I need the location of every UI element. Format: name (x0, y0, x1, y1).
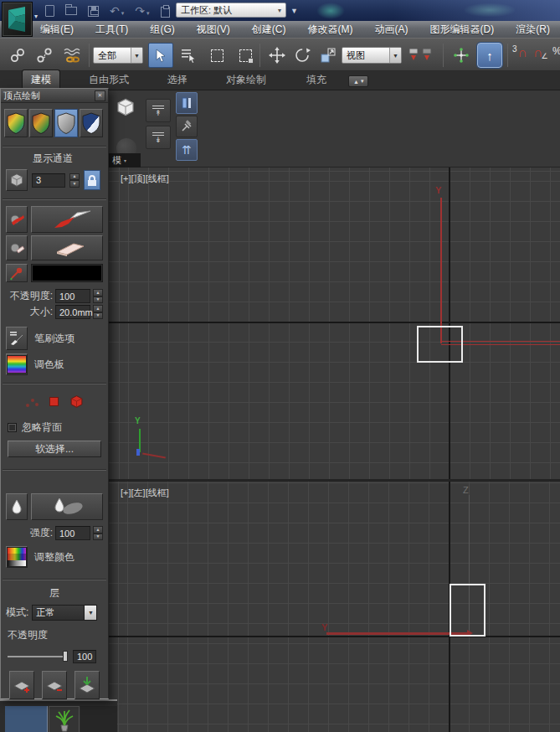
workspace-dropdown[interactable]: 工作区: 默认 ▾ (176, 3, 286, 18)
select-and-rotate-button[interactable] (290, 43, 315, 68)
spinner-up-icon[interactable]: ▲ (93, 305, 103, 312)
vertex-color-shaded-button[interactable] (4, 109, 28, 137)
collapse-layers-button[interactable] (74, 671, 100, 699)
strength-value-field[interactable]: 100 (55, 526, 90, 540)
adjust-color-button[interactable] (6, 546, 28, 568)
spinner-down-icon[interactable]: ▼ (69, 180, 80, 188)
bind-to-space-warp-button[interactable] (59, 43, 87, 68)
eraser-button[interactable] (31, 235, 103, 260)
close-icon[interactable]: ✕ (95, 90, 105, 101)
tab-modeling[interactable]: 建模 (22, 70, 60, 90)
select-and-move-button[interactable] (265, 43, 290, 68)
soft-selection-button[interactable]: 软选择... (8, 441, 101, 457)
channel-value-field[interactable]: 3 (32, 173, 65, 188)
selected-object-rectangle[interactable] (417, 326, 463, 363)
tab-populate[interactable]: 填充 (298, 70, 335, 90)
size-value-field[interactable]: 20.0mm (55, 305, 90, 319)
angle-snap-toggle[interactable]: ∩ ∠ (533, 45, 548, 60)
lock-channel-button[interactable] (84, 170, 100, 190)
face-subobject-icon[interactable] (49, 397, 59, 406)
spinner-up-icon[interactable]: ▲ (93, 289, 103, 296)
collapsed-panel-label[interactable]: 模 ▾ (109, 153, 141, 168)
select-by-name-button[interactable] (176, 43, 201, 68)
vertex-color-illum-button[interactable] (29, 109, 53, 137)
slider-handle[interactable] (63, 651, 68, 662)
foliage-tool-button[interactable] (49, 706, 80, 732)
ignore-backfacing-label[interactable]: 忽略背面 (22, 420, 62, 435)
new-layer-button[interactable] (9, 671, 34, 699)
menu-rendering[interactable]: 渲染(R) (514, 23, 552, 37)
snap-toggle-3d[interactable]: 3 ∩ (512, 45, 527, 60)
caret-down-icon[interactable]: ▾ (146, 10, 150, 17)
ribbon-minimize-button[interactable]: ▲ ▾ (348, 75, 368, 87)
element-subobject-icon[interactable] (69, 394, 84, 409)
menu-edit[interactable]: 编辑(E) (39, 23, 75, 37)
opacity-value-field[interactable]: 100 (55, 289, 90, 303)
spinner-up-icon[interactable]: ▲ (93, 526, 103, 534)
palette-label[interactable]: 调色板 (34, 358, 64, 372)
spinner-up-icon[interactable]: ▲ (69, 173, 80, 181)
layer-opacity-value-field[interactable]: 100 (73, 650, 96, 663)
qat-overflow-caret[interactable]: ▼ (290, 7, 298, 15)
undo-button[interactable]: ↶▾ (110, 5, 124, 17)
strength-spinner[interactable]: ▲ ▼ (93, 526, 103, 540)
tab-freeform[interactable]: 自由形式 (80, 70, 137, 90)
use-pivot-center-button[interactable] (404, 43, 438, 68)
select-and-manipulate-button[interactable] (449, 43, 474, 68)
spinner-down-icon[interactable]: ▼ (93, 534, 103, 541)
selection-filter-dropdown[interactable]: 全部 ▼ (93, 47, 143, 64)
ribbon-tool-button-1[interactable] (176, 92, 198, 114)
caret-down-icon[interactable]: ▾ (121, 10, 125, 17)
modifier-list-down-button[interactable]: ↡ (146, 126, 171, 149)
ribbon-tool-button-2[interactable] (176, 116, 198, 137)
menu-tools[interactable]: 工具(T) (94, 23, 130, 37)
vertex-color-gray-button-selected[interactable] (54, 109, 78, 137)
paint-all-button[interactable] (6, 206, 28, 233)
new-file-icon[interactable] (45, 5, 54, 17)
rectangular-selection-region-button[interactable] (204, 43, 229, 68)
menu-views[interactable]: 视图(V) (195, 23, 232, 37)
viewport-top[interactable]: [+][顶][线框] Y Y (109, 168, 560, 479)
brush-options-label[interactable]: 笔刷选项 (34, 332, 74, 346)
keyboard-shortcut-override-toggle[interactable]: ↑ (477, 43, 502, 68)
select-and-link-button[interactable] (5, 43, 30, 68)
viewport-top-label[interactable]: [+][顶][线框] (121, 173, 169, 185)
blur-brush-button[interactable] (31, 493, 103, 520)
save-file-icon[interactable] (88, 6, 99, 17)
menu-graph-editors[interactable]: 图形编辑器(D) (429, 23, 496, 37)
menu-create[interactable]: 创建(C) (250, 23, 288, 37)
selected-object-rectangle[interactable] (450, 584, 486, 637)
opacity-spinner[interactable]: ▲ ▼ (93, 289, 103, 303)
open-file-icon[interactable] (65, 7, 77, 16)
polygon-modeling-cube-button[interactable] (112, 94, 139, 121)
logo-caret-icon[interactable]: ▾ (34, 13, 38, 20)
window-crossing-button[interactable] (233, 43, 258, 68)
channel-cube-button[interactable] (6, 169, 28, 191)
erase-all-button[interactable] (6, 235, 28, 260)
unlink-selection-button[interactable] (32, 43, 57, 68)
select-object-button[interactable] (148, 43, 173, 68)
app-logo-button[interactable] (2, 2, 33, 37)
spinner-down-icon[interactable]: ▼ (93, 312, 103, 320)
adjust-color-label[interactable]: 调整颜色 (34, 550, 74, 564)
percent-snap-toggle[interactable]: % (552, 45, 560, 57)
viewport-left[interactable]: [+][左][线框] Z Y (109, 482, 560, 732)
brush-options-button[interactable] (6, 327, 28, 350)
vertex-subobject-icon[interactable] (25, 396, 39, 408)
menu-animation[interactable]: 动画(A) (373, 23, 410, 37)
ignore-backfacing-checkbox[interactable] (8, 423, 17, 432)
menu-modifiers[interactable]: 修改器(M) (306, 23, 354, 37)
project-folder-icon[interactable] (161, 5, 170, 18)
blur-all-button[interactable] (6, 493, 28, 520)
viewport-left-label[interactable]: [+][左][线框] (121, 487, 169, 499)
modifier-list-button[interactable]: ↟ (146, 99, 171, 122)
ribbon-tool-button-3[interactable]: ⇈ (176, 139, 198, 161)
palette-button[interactable] (6, 353, 28, 375)
paint-color-swatch[interactable] (31, 264, 103, 282)
paint-brush-button[interactable] (31, 206, 103, 233)
layer-mode-dropdown[interactable]: 正常 ▼ (32, 605, 97, 621)
reference-coordinate-dropdown[interactable]: 视图 ▼ (342, 47, 402, 64)
select-and-scale-button[interactable] (316, 43, 341, 68)
pick-color-button[interactable] (6, 264, 28, 282)
tab-object-paint[interactable]: 对象绘制 (218, 70, 275, 90)
